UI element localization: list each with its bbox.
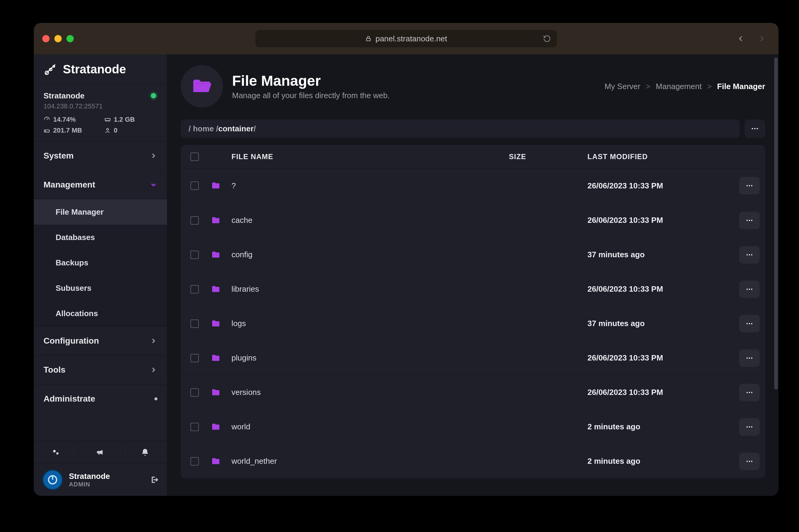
breadcrumb-management[interactable]: Management	[656, 82, 702, 91]
chevron-right-icon: >	[646, 82, 650, 91]
nav-item-label: Configuration	[43, 336, 99, 346]
row-actions-button[interactable]	[739, 418, 760, 436]
megaphone-icon	[96, 448, 105, 457]
folder-icon	[210, 422, 232, 432]
nav-item-system[interactable]: System	[34, 141, 167, 170]
row-checkbox[interactable]	[190, 182, 199, 190]
row-actions-button[interactable]	[739, 453, 760, 470]
file-name[interactable]: logs	[232, 319, 509, 328]
file-name[interactable]: plugins	[232, 353, 509, 363]
folder-icon	[210, 215, 232, 225]
scrollbar-track[interactable]	[774, 54, 778, 496]
nav-item-administrate[interactable]: Administrate	[34, 384, 167, 413]
file-name[interactable]: versions	[232, 388, 509, 397]
nav-sub-label: Backups	[56, 258, 88, 267]
svg-point-40	[749, 392, 750, 393]
file-row[interactable]: ?26/06/2023 10:33 PM	[181, 169, 765, 203]
row-checkbox[interactable]	[190, 423, 199, 431]
file-name[interactable]: world_nether	[232, 457, 509, 466]
chevron-right-icon	[150, 366, 158, 374]
folder-icon	[210, 250, 232, 260]
file-name[interactable]: config	[232, 250, 509, 259]
scrollbar-thumb[interactable]	[774, 57, 778, 390]
row-actions-button[interactable]	[739, 281, 760, 298]
file-name[interactable]: world	[232, 422, 509, 432]
nav-sub-file-manager[interactable]: File Manager	[34, 199, 167, 225]
more-horizontal-icon	[745, 285, 753, 293]
file-name[interactable]: ?	[232, 181, 509, 191]
more-horizontal-icon	[745, 423, 753, 431]
nav-item-tools[interactable]: Tools	[34, 355, 167, 384]
logout-button[interactable]	[150, 475, 159, 484]
file-row[interactable]: libraries26/06/2023 10:33 PM	[181, 272, 765, 306]
user-icon	[104, 127, 111, 134]
nav-item-configuration[interactable]: Configuration	[34, 326, 167, 355]
path-bar[interactable]: / home / container /	[181, 119, 740, 138]
address-bar[interactable]: panel.stratanode.net	[255, 30, 557, 48]
svg-point-26	[751, 220, 752, 221]
window-close-button[interactable]	[42, 35, 50, 42]
folder-icon	[210, 353, 232, 363]
row-actions-button[interactable]	[739, 349, 760, 367]
more-horizontal-icon	[745, 320, 753, 328]
row-checkbox[interactable]	[190, 320, 199, 328]
file-modified: 37 minutes ago	[587, 250, 726, 259]
folder-icon	[210, 319, 232, 328]
more-horizontal-icon	[745, 251, 753, 259]
row-checkbox[interactable]	[190, 251, 199, 259]
svg-point-41	[751, 392, 752, 393]
stat-players: 0	[104, 127, 158, 134]
more-horizontal-icon	[745, 354, 753, 362]
row-checkbox[interactable]	[190, 354, 199, 362]
nav-sub-label: Subusers	[56, 284, 92, 293]
row-actions-button[interactable]	[739, 384, 760, 401]
file-row[interactable]: logs37 minutes ago	[181, 306, 765, 341]
file-name[interactable]: cache	[232, 215, 509, 225]
file-row[interactable]: plugins26/06/2023 10:33 PM	[181, 341, 765, 375]
row-checkbox[interactable]	[190, 216, 199, 225]
svg-point-22	[749, 185, 750, 186]
row-actions-button[interactable]	[739, 315, 760, 332]
nav-sub-databases[interactable]: Databases	[34, 225, 167, 250]
avatar[interactable]	[42, 470, 63, 490]
svg-point-45	[746, 460, 748, 462]
file-row[interactable]: world2 minutes ago	[181, 410, 765, 444]
announcements-button[interactable]	[78, 441, 123, 463]
svg-point-43	[749, 426, 750, 427]
brand[interactable]: Stratanode	[34, 54, 167, 84]
lock-icon	[365, 35, 372, 42]
row-checkbox[interactable]	[190, 388, 199, 397]
notifications-button[interactable]	[123, 441, 167, 463]
nav-item-management[interactable]: Management	[34, 170, 167, 199]
svg-point-31	[749, 288, 750, 289]
window-controls	[42, 35, 74, 42]
file-name[interactable]: libraries	[232, 284, 509, 294]
row-checkbox[interactable]	[190, 457, 199, 466]
reload-icon[interactable]	[543, 35, 551, 42]
nav-back-icon[interactable]	[736, 34, 745, 43]
file-actions-button[interactable]	[745, 119, 765, 138]
brand-name: Stratanode	[63, 62, 126, 76]
settings-button[interactable]	[34, 441, 78, 463]
row-actions-button[interactable]	[739, 177, 760, 194]
chevron-down-icon	[150, 181, 158, 189]
nav-forward-icon[interactable]	[757, 34, 766, 43]
file-row[interactable]: world_nether2 minutes ago	[181, 444, 765, 478]
window-minimize-button[interactable]	[54, 35, 62, 42]
nav-sub-backups[interactable]: Backups	[34, 250, 167, 276]
folder-icon	[210, 388, 232, 397]
row-actions-button[interactable]	[739, 212, 760, 229]
file-row[interactable]: config37 minutes ago	[181, 237, 765, 272]
file-row[interactable]: cache26/06/2023 10:33 PM	[181, 203, 765, 237]
breadcrumb-my-server[interactable]: My Server	[604, 82, 640, 91]
file-row[interactable]: versions26/06/2023 10:33 PM	[181, 375, 765, 410]
nav-sub-subusers[interactable]: Subusers	[34, 276, 167, 301]
window-zoom-button[interactable]	[67, 35, 74, 42]
row-checkbox[interactable]	[190, 285, 199, 293]
svg-line-4	[45, 64, 55, 74]
select-all-checkbox[interactable]	[190, 152, 199, 161]
row-actions-button[interactable]	[739, 246, 760, 264]
user-name: Stratanode	[69, 472, 110, 481]
svg-point-14	[53, 450, 56, 452]
nav-sub-allocations[interactable]: Allocations	[34, 301, 167, 326]
